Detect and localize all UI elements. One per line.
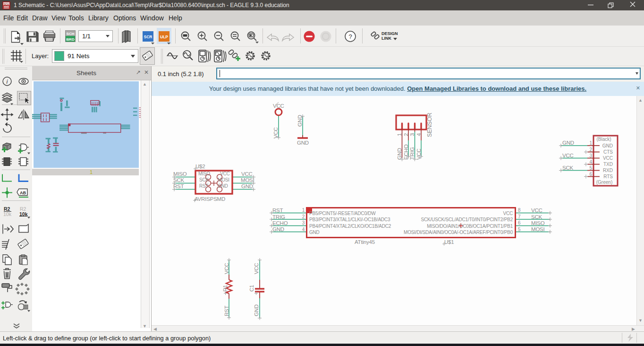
svg-text:1: 1 [302, 208, 305, 213]
svg-text:2: 2 [589, 147, 592, 152]
svg-text:VCC: VCC [254, 263, 259, 274]
svg-text:R1: R1 [222, 285, 228, 292]
svg-text:TRIG: TRIG [272, 214, 285, 220]
svg-text:5: 5 [589, 165, 592, 171]
svg-text:SCH: SCH [67, 32, 75, 36]
svg-text:MISO/DO/AIN1/OC0B/OC1A/PCINT1/: MISO/DO/AIN1/OC0B/OC1A/PCINT1/PB1 [427, 224, 513, 229]
svg-text:SCK: SCK [562, 165, 574, 171]
svg-text:GND: GND [297, 140, 309, 146]
svg-text:TRIG: TRIG [409, 147, 415, 160]
svg-text:PB4/PCINT4/XTAL2/CLKO/OC1B/ADC: PB4/PCINT4/XTAL2/CLKO/OC1B/ADC2 [309, 224, 391, 229]
svg-text:1: 1 [397, 133, 402, 136]
svg-text:U$2: U$2 [195, 164, 205, 169]
svg-text:VCC: VCC [562, 153, 574, 158]
svg-text:AB: AB [20, 190, 26, 195]
svg-text:SENSOR: SENSOR [426, 112, 433, 137]
svg-text:1: 1 [90, 169, 93, 175]
svg-text:PB5/PCINT5/-RESET/ADC0/DW: PB5/PCINT5/-RESET/ADC0/DW [309, 211, 376, 216]
svg-text:(Green): (Green) [596, 180, 612, 185]
svg-text:GND: GND [309, 230, 320, 235]
svg-text:Layer:: Layer: [32, 52, 49, 60]
svg-text:10k: 10k [19, 211, 28, 217]
svg-text:BRD: BRD [66, 37, 75, 42]
svg-text:RST: RST [224, 305, 229, 316]
svg-text:3: 3 [589, 153, 592, 158]
svg-text:GND: GND [241, 183, 253, 189]
svg-text:AVRISPSMD: AVRISPSMD [195, 196, 225, 202]
svg-text:MISO: MISO [531, 220, 545, 226]
svg-text:ATtiny45: ATtiny45 [355, 239, 375, 245]
svg-text:4: 4 [589, 159, 592, 164]
svg-text:VCC: VCC [273, 103, 284, 109]
svg-text:6: 6 [518, 220, 521, 225]
svg-text:6: 6 [589, 172, 592, 177]
svg-text:91 Nets: 91 Nets [68, 52, 90, 60]
svg-text:CTS: CTS [603, 149, 613, 155]
svg-text:LINK: LINK [381, 36, 391, 41]
svg-text:GND: GND [272, 226, 284, 232]
svg-text:TXD: TXD [603, 162, 613, 167]
svg-text:5: 5 [518, 227, 521, 232]
svg-text:RST: RST [173, 183, 184, 189]
svg-text:2: 2 [302, 214, 305, 219]
svg-text:VCC: VCC [503, 211, 513, 216]
svg-text:RXD: RXD [603, 168, 613, 173]
svg-text:GND: GND [218, 183, 228, 189]
svg-text:VCC: VCC [241, 171, 253, 177]
svg-text:MISO: MISO [198, 171, 210, 176]
svg-text:RTS: RTS [603, 174, 613, 179]
svg-text:SCR: SCR [144, 35, 153, 39]
svg-text:4: 4 [302, 227, 305, 232]
svg-text:RST: RST [199, 183, 208, 189]
svg-text:ULP: ULP [160, 35, 168, 39]
svg-text:ECHO: ECHO [403, 144, 409, 160]
svg-text:3: 3 [409, 133, 415, 136]
svg-text:DESIGN: DESIGN [381, 31, 398, 36]
svg-text:VCC: VCC [416, 148, 422, 160]
svg-text:C1: C1 [249, 285, 254, 292]
svg-text:U$1: U$1 [444, 239, 454, 245]
svg-text:VCC: VCC [603, 156, 613, 161]
svg-text:GND: GND [397, 148, 402, 160]
svg-text:ECHO: ECHO [272, 220, 288, 226]
svg-text:8: 8 [518, 208, 521, 213]
svg-text:?: ? [348, 33, 352, 40]
svg-text:4: 4 [416, 133, 422, 136]
svg-text:MISO: MISO [173, 171, 187, 177]
svg-text:MOSI: MOSI [241, 177, 254, 183]
svg-text:VCC: VCC [531, 208, 542, 213]
svg-text:SCK/USCK/SCL/ADC1/T0/INT0/PCIN: SCK/USCK/SCL/ADC1/T0/INT0/PCINT2/PB2 [421, 217, 513, 222]
svg-text:MOSI: MOSI [531, 226, 545, 232]
svg-text:GND: GND [602, 143, 613, 148]
svg-text:GND: GND [297, 115, 303, 127]
svg-text:(Black): (Black) [596, 137, 611, 142]
svg-text:SCK: SCK [531, 214, 542, 220]
svg-text:2: 2 [403, 133, 409, 136]
svg-text:1/1: 1/1 [82, 33, 91, 40]
svg-text:7: 7 [518, 214, 521, 219]
svg-text:SCK: SCK [199, 177, 209, 182]
svg-text:SCK: SCK [173, 177, 185, 183]
svg-text:MOSI: MOSI [218, 177, 229, 182]
svg-text:VCC: VCC [273, 127, 279, 138]
svg-text:i: i [7, 78, 8, 85]
svg-text:1: 1 [589, 140, 592, 146]
svg-text:VCC: VCC [224, 263, 229, 274]
svg-text:3: 3 [302, 220, 305, 225]
svg-text:MOSI/DI/SDA/AIN0/OC0A/-OC1A/AR: MOSI/DI/SDA/AIN0/OC0A/-OC1A/AREF/PCINT0/… [404, 230, 513, 235]
svg-text:VCC: VCC [220, 171, 230, 176]
svg-text:PB3/PCINT3/XTAL1/CLKI/-OC1B/AD: PB3/PCINT3/XTAL1/CLKI/-OC1B/ADC3 [309, 217, 390, 222]
svg-text:RST: RST [272, 208, 283, 213]
svg-text:SCH: SCH [4, 3, 9, 6]
svg-text:GND: GND [254, 304, 259, 316]
svg-text:10k: 10k [3, 211, 12, 217]
svg-text:GND: GND [562, 140, 574, 146]
